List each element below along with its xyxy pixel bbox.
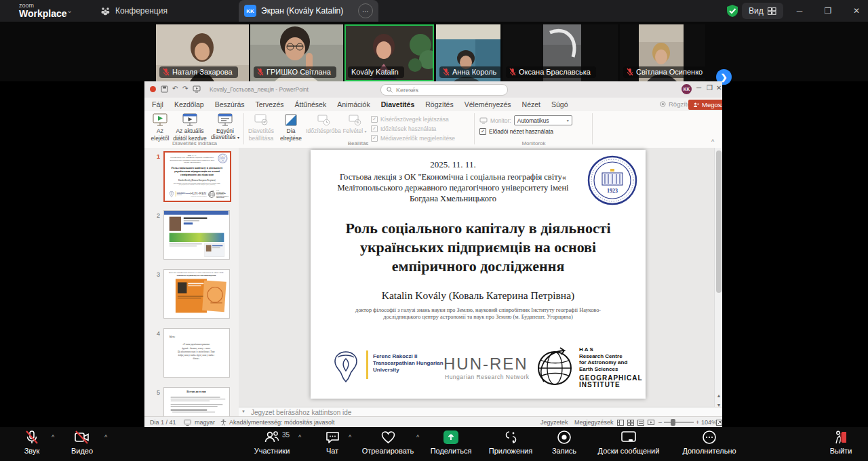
hide-slide-button[interactable]: Dia elrejtése [277, 113, 304, 142]
close-button[interactable]: ✕ [845, 0, 868, 22]
share-screen-button[interactable]: Поделиться [425, 430, 477, 455]
custom-slideshow-button[interactable]: Egyéni diavetítés ▾ [210, 113, 241, 141]
slide-scrollbar[interactable]: ▲ ▼ [714, 148, 722, 416]
fit-to-window-icon[interactable] [716, 420, 722, 426]
zoom-slider-thumb[interactable] [671, 419, 675, 426]
menu-record[interactable]: Rögzítés [425, 99, 454, 113]
normal-view-icon[interactable] [617, 420, 624, 426]
slide-thumb-3[interactable]: ПОЄДНАННЯ ЕТНІЧНОГО І СОЦІАЛЬНОГО КАПІТА… [163, 269, 230, 319]
language-indicator[interactable]: magyar [195, 419, 215, 426]
zoom-logo: Workplace [19, 8, 67, 19]
use-timings-checkbox[interactable]: ✓ Időzítések használata [371, 124, 455, 133]
more-button[interactable]: Дополнительно [675, 430, 743, 455]
redo-icon[interactable]: ↷ [182, 85, 188, 92]
zoom-percentage[interactable]: 104% [701, 419, 717, 426]
setup-slideshow-button[interactable]: Diavetítés beállítása [246, 113, 276, 142]
menu-review[interactable]: Véleményezés [464, 99, 512, 113]
play-narrations-checkbox[interactable]: ✓ Kísérőszövegek lejátszása [371, 115, 455, 123]
leave-meeting-button[interactable]: Выйти [822, 430, 860, 455]
view-label: Вид [749, 6, 764, 16]
record-slideshow-button[interactable]: Felvétel ▾ [342, 113, 367, 135]
slide-sorter-view-icon[interactable] [627, 420, 634, 426]
video-tile[interactable]: Наталя Захарова [156, 24, 249, 81]
tab-conference[interactable]: Конференция [94, 0, 174, 22]
notes-toggle[interactable]: Jegyzetek [540, 419, 568, 426]
zoom-slider[interactable] [664, 422, 694, 423]
undo-icon[interactable]: ↶ [172, 85, 178, 92]
notes-bar[interactable]: ▼ Jegyzet beírásához kattintson ide [239, 407, 722, 417]
display-settings-icon[interactable] [184, 420, 191, 426]
slide-thumb-4[interactable]: Мета: «Є така українська приказка: друзе… [163, 328, 230, 378]
ppt-close-button[interactable]: ✕ [716, 84, 722, 92]
thumb-number: 5 [151, 389, 160, 396]
video-tile[interactable]: Анна Король [436, 24, 500, 81]
rehearse-timings-button[interactable]: Időzítéspróba [306, 113, 341, 134]
menu-home[interactable]: Kezdőlap [174, 99, 205, 113]
menu-insert[interactable]: Beszúrás [214, 99, 245, 113]
video-options-chevron[interactable]: ^ [104, 434, 107, 441]
reading-view-icon[interactable] [637, 420, 644, 426]
audio-options-chevron[interactable]: ^ [52, 434, 54, 441]
video-tile[interactable]: ГРИШКО Світлана [250, 24, 343, 81]
ppt-menu-bar: Fájl Kezdőlap Beszúrás Tervezés Áttűnése… [144, 98, 722, 111]
university-seal: 1923 [218, 154, 227, 163]
menu-view[interactable]: Nézet [521, 99, 541, 113]
menu-help[interactable]: Súgó [551, 99, 569, 113]
share-screen-icon [443, 430, 459, 445]
accessibility-status[interactable]: Akadálymentesség: módosítás javasolt [229, 419, 335, 426]
zoom-out-button[interactable]: – [658, 419, 662, 426]
ppt-restore-button[interactable]: ❐ [707, 84, 713, 92]
scrollbar-thumb[interactable] [716, 151, 722, 293]
from-beginning-button[interactable]: Az elejétől [149, 113, 172, 142]
previous-slide-button[interactable]: ▲ [715, 393, 722, 398]
ppt-minimize-button[interactable]: ─ [696, 84, 701, 92]
tab-options-icon[interactable]: ⋯ [358, 3, 373, 18]
presenter-view-checkbox[interactable]: ✓ Előadói nézet használata [479, 127, 553, 136]
notes-collapse-icon[interactable]: ▼ [241, 409, 245, 414]
search-input[interactable]: Keresés [380, 84, 508, 96]
view-button[interactable]: Вид [742, 3, 783, 19]
slide-thumb-5[interactable]: Вступ до теми [163, 387, 230, 416]
slide-title: Роль соціального капіталу в діяльностіук… [319, 219, 637, 276]
slide-1-miniature: 2025. 11. 11. Гостьова лекція з ОК "Екон… [165, 153, 229, 200]
minimize-button[interactable]: ─ [788, 0, 811, 22]
menu-slideshow-active[interactable]: Diavetítés [380, 99, 416, 113]
slideshow-view-icon[interactable] [648, 420, 654, 426]
whiteboards-button[interactable]: Доски сообщений [591, 430, 666, 455]
restore-button[interactable]: ❐ [816, 0, 840, 22]
chat-button[interactable]: Чат ^ [319, 430, 346, 455]
monitor-label: Monitor: [490, 117, 511, 124]
menu-transitions[interactable]: Áttűnések [294, 99, 328, 113]
video-tile-active-speaker[interactable]: Kovály Katalin [344, 24, 434, 81]
checkbox-checked-icon: ✓ [371, 116, 378, 123]
chat-options-chevron[interactable]: ^ [349, 434, 351, 441]
tab-screen-share[interactable]: KK Экран (Kovály Katalin) ⋯ [239, 0, 378, 22]
apps-button[interactable]: Приложения [483, 430, 538, 455]
thumb-number: 4 [151, 330, 160, 337]
ppt-user-avatar[interactable]: KK [682, 84, 692, 94]
ppt-share-button[interactable]: Megosztás ▾ [688, 100, 722, 110]
menu-animations[interactable]: Animációk [336, 99, 370, 113]
collapse-ribbon-icon[interactable]: ^ [711, 138, 714, 145]
slide-thumb-1-selected[interactable]: 2025. 11. 11. Гостьова лекція з ОК "Екон… [163, 151, 231, 202]
menu-design[interactable]: Tervezés [255, 99, 285, 113]
slide-thumb-2[interactable] [163, 210, 230, 260]
comments-toggle[interactable]: Megjegyzések [574, 419, 614, 426]
security-shield-icon[interactable] [726, 4, 739, 18]
save-icon[interactable] [161, 85, 168, 93]
monitor-select[interactable]: Automatikus ▾ [514, 115, 572, 125]
video-tile[interactable]: Оксана Браславська [502, 24, 618, 81]
react-button[interactable]: Отреагировать ^ [358, 430, 418, 455]
react-options-chevron[interactable]: ^ [416, 434, 419, 441]
zoom-in-button[interactable]: + [696, 419, 699, 426]
slideshow-quick-icon[interactable] [193, 85, 201, 93]
workspace-chevron-icon[interactable]: ⌄ [66, 6, 73, 15]
menu-file[interactable]: Fájl [151, 99, 164, 113]
participants-options-chevron[interactable]: ^ [298, 434, 301, 441]
video-tile[interactable]: Світлана Осипенко [620, 24, 705, 81]
from-current-slide-button[interactable]: Az aktuális diától kezdve [173, 113, 207, 142]
video-button[interactable]: Видео ^ [65, 430, 99, 455]
participants-button[interactable]: Участники 35 ^ [245, 430, 298, 455]
record-button[interactable]: Запись [547, 430, 582, 455]
audio-button[interactable]: Звук ^ [16, 430, 47, 455]
